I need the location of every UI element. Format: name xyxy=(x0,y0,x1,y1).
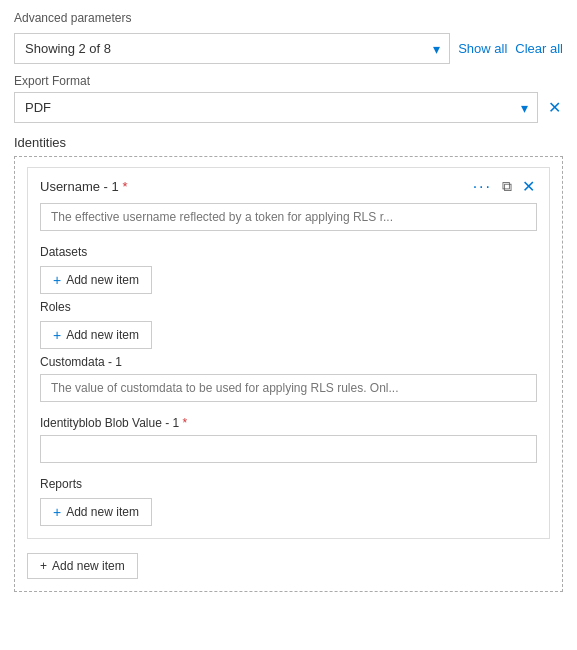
roles-plus-icon: + xyxy=(53,327,61,343)
identity-card: Username - 1 * ··· ⧉ ✕ Datasets + Add ne… xyxy=(27,167,550,539)
identityblob-input[interactable]: OAuth2 access token for SQL Azure xyxy=(40,435,537,463)
roles-add-button[interactable]: + Add new item xyxy=(40,321,152,349)
identities-container: Username - 1 * ··· ⧉ ✕ Datasets + Add ne… xyxy=(14,156,563,592)
export-format-dropdown[interactable]: PDFPNGPPTX xyxy=(14,92,538,123)
more-options-button[interactable]: ··· xyxy=(471,179,494,195)
datasets-label: Datasets xyxy=(40,245,537,259)
clear-all-button[interactable]: Clear all xyxy=(515,41,563,56)
datasets-add-button[interactable]: + Add new item xyxy=(40,266,152,294)
outer-add-button[interactable]: + Add new item xyxy=(27,553,138,579)
username-label: Username - 1 * xyxy=(40,179,127,194)
customdata-label: Customdata - 1 xyxy=(40,355,537,369)
show-all-button[interactable]: Show all xyxy=(458,41,507,56)
reports-label: Reports xyxy=(40,477,537,491)
roles-label: Roles xyxy=(40,300,537,314)
outer-plus-icon: + xyxy=(40,559,47,573)
username-input[interactable] xyxy=(40,203,537,231)
export-format-label: Export Format xyxy=(14,74,563,88)
datasets-plus-icon: + xyxy=(53,272,61,288)
identityblob-required-star: * xyxy=(183,416,188,430)
identities-section-title: Identities xyxy=(14,135,563,150)
required-star: * xyxy=(122,179,127,194)
copy-button[interactable]: ⧉ xyxy=(500,178,514,195)
identityblob-label: Identityblob Blob Value - 1 * xyxy=(40,416,537,430)
card-close-button[interactable]: ✕ xyxy=(520,179,537,195)
advanced-parameters-title: Advanced parameters xyxy=(14,11,131,25)
reports-add-button[interactable]: + Add new item xyxy=(40,498,152,526)
reports-plus-icon: + xyxy=(53,504,61,520)
customdata-input[interactable] xyxy=(40,374,537,402)
showing-dropdown[interactable]: Showing 2 of 8Show all xyxy=(14,33,450,64)
export-format-clear-button[interactable]: ✕ xyxy=(546,100,563,116)
